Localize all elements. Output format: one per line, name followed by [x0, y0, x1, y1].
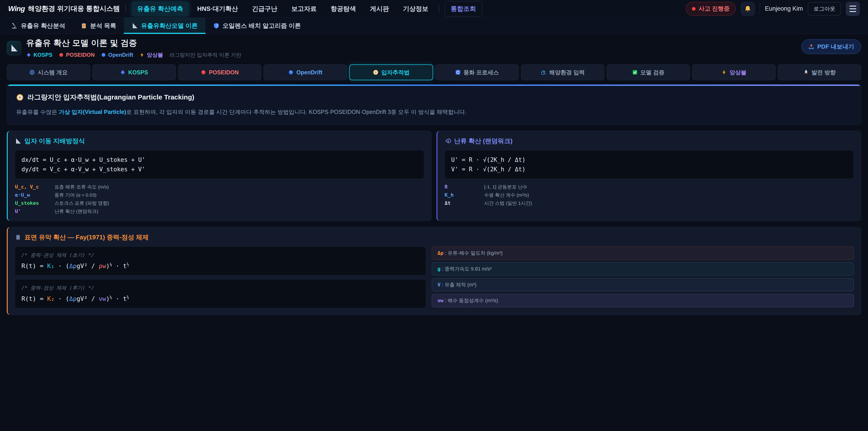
subtab-label: 유출유 확산분석: [21, 22, 65, 30]
param-spill-volume: V : 유출 체적 (m³): [432, 278, 854, 291]
incident-status-badge[interactable]: 사고 진행중: [686, 2, 736, 16]
subtab-diffusion-model-theory[interactable]: 유출유확산모델 이론: [124, 18, 206, 34]
legend-term: U': [15, 208, 55, 214]
equation-cards-row: 입자 이동 지배방정식 dx/dt = U_c + α·U_w + U_stok…: [7, 131, 861, 221]
fay-formula-initial: R(t) = K₁ · (ΔρgV² / ρw)¼ · t½: [22, 259, 419, 271]
badge-ensemble: 앙상블: [140, 51, 163, 59]
tab-future-direction[interactable]: 발전 방향: [778, 64, 861, 80]
legend-term: Δt: [445, 200, 484, 206]
nav-divider: [439, 5, 439, 13]
app-brand: Wing 해양환경 위기대응 통합시스템: [8, 4, 120, 13]
set-square-icon: [10, 44, 18, 52]
blue-orb-icon: [288, 70, 293, 75]
turbulence-diffusion-card: 난류 확산 (랜덤워크) U' = R · √(2K_h / Δt) V' = …: [436, 131, 861, 221]
oil-barrel-icon: [15, 234, 21, 241]
main-content: 유출유 확산 모델 이론 및 검증 KOSPS POSEIDON: [0, 37, 868, 315]
nav-item-aerial-search[interactable]: 항공탐색: [325, 1, 362, 16]
nav-item-weather[interactable]: 기상정보: [397, 1, 434, 16]
nav-item-board[interactable]: 게시판: [364, 1, 395, 16]
subtab-analysis-list[interactable]: 분석 목록: [73, 18, 124, 34]
wing-logo: Wing: [8, 4, 25, 13]
main-nav: 유출유 확산예측 HNS·대기확산 긴급구난 보고자료 항공탐색 게시판 기상정…: [131, 1, 680, 17]
microscope-icon: [11, 22, 18, 29]
fay-comment: /* 중력-점성 체제 (후기) */: [22, 284, 419, 292]
logout-button[interactable]: 로그아웃: [808, 2, 841, 16]
set-square-icon: [15, 138, 21, 144]
subtab-label: 분석 목록: [90, 22, 116, 30]
equation-u-prime: U' = R · √(2K_h / Δt): [451, 155, 847, 164]
fay-block-initial: /* 중력-관성 체제 (초기) */ R(t) = K₁ · (ΔρgV² /…: [15, 247, 426, 275]
hamburger-menu-button[interactable]: [846, 2, 860, 16]
topbar: Wing 해양환경 위기대응 통합시스템 유출유 확산예측 HNS·대기확산 긴…: [0, 0, 868, 18]
globe-icon: [29, 69, 35, 75]
subtab-spill-analysis[interactable]: 유출유 확산분석: [3, 18, 73, 34]
nav-item-rescue[interactable]: 긴급구난: [246, 1, 283, 16]
legend-term: U_c, V_c: [15, 184, 55, 190]
page-header: 유출유 확산 모델 이론 및 검증 KOSPS POSEIDON: [7, 37, 861, 59]
badge-poseidon: POSEIDON: [59, 52, 95, 58]
tab-model-validation[interactable]: 모델 검증: [607, 64, 690, 80]
lightning-icon: [140, 53, 145, 57]
legend-term: R: [445, 184, 484, 190]
tab-ensemble[interactable]: 앙상블: [692, 64, 776, 80]
equation-dx: dx/dt = U_c + α·U_w + U_stokes + U': [22, 155, 417, 164]
pdf-export-button[interactable]: PDF 내보내기: [801, 39, 861, 54]
governing-legend: U_c, V_c 표층 해류·조류 속도 (m/s) α·U_w 풍류 기여 (…: [15, 184, 424, 214]
tab-weathering-process[interactable]: 풍화 프로세스: [435, 64, 519, 80]
tab-particle-tracking[interactable]: 입자추적법: [349, 64, 433, 80]
card-title: 입자 이동 지배방정식: [15, 137, 424, 145]
fay-parameter-list: Δρ : 유류-해수 밀도차 (kg/m³) g : 중력가속도 9.81 m/…: [432, 247, 854, 308]
section-description: 유출유를 수많은 가상 입자(Virtual Particle)로 표현하여, …: [16, 108, 852, 116]
app-title: 해양환경 위기대응 통합시스템: [28, 4, 120, 13]
page-title: 유출유 확산 모델 이론 및 검증: [26, 37, 241, 49]
legend-desc: 수평 확산 계수 (m²/s): [484, 192, 854, 198]
equation-dy: dy/dt = V_c + α·V_w + V_stokes + V': [22, 164, 417, 174]
theory-tabstrip: 시스템 개요 KOSPS POSEIDON OpenDrift 입자추적법: [7, 64, 861, 80]
subtab-oil-fence-theory[interactable]: 오일펜스 배치 알고리즘 이론: [206, 18, 309, 34]
subnav-tabs: 유출유 확산분석 분석 목록 유출유확산모델 이론 오일펜스 배치 알고리즘 이…: [0, 18, 868, 34]
brand-divider: [125, 4, 126, 13]
export-icon: [808, 44, 814, 50]
subtab-label: 유출유확산모델 이론: [141, 22, 198, 30]
governing-equations: dx/dt = U_c + α·U_w + U_stokes + U' dy/d…: [15, 150, 424, 179]
nav-item-reports[interactable]: 보고자료: [285, 1, 322, 16]
user-name: Eunjeong Kim: [765, 5, 803, 12]
model-badge-row: KOSPS POSEIDON OpenDrift: [26, 51, 241, 59]
tab-kosps[interactable]: KOSPS: [92, 64, 176, 80]
subtab-label: 오일펜스 배치 알고리즘 이론: [223, 22, 301, 30]
compass-icon: [373, 69, 379, 75]
nav-item-spill-forecast[interactable]: 유출유 확산예측: [131, 1, 189, 16]
rocket-icon: [803, 70, 809, 75]
blue-orb-icon: [101, 53, 106, 57]
governing-equation-card: 입자 이동 지배방정식 dx/dt = U_c + α·U_w + U_stok…: [7, 131, 432, 221]
diamond-icon: [120, 70, 125, 75]
red-orb-icon: [59, 53, 64, 57]
lightning-icon: [721, 70, 727, 75]
card-title: 난류 확산 (랜덤워크): [445, 137, 854, 145]
legend-desc: 난류 확산 (랜덤워크): [55, 208, 424, 214]
fay-formula-late: R(t) = K₂ · (ΔρgV² / νw)⅙ · t¾: [22, 292, 419, 304]
incident-dot-icon: [692, 7, 695, 11]
legend-desc: 스토크스 표류 (파랑 영향): [55, 200, 424, 206]
notification-bell-button[interactable]: [741, 2, 755, 16]
tab-ocean-environment-input[interactable]: 해양환경 입력: [521, 64, 604, 80]
param-density-difference: Δρ : 유류-해수 밀도차 (kg/m³): [432, 247, 854, 260]
badge-opendrift: OpenDrift: [101, 52, 133, 58]
nav-item-hns-air[interactable]: HNS·대기확산: [191, 1, 244, 16]
wave-icon: [541, 69, 547, 75]
fay-formula-blocks: /* 중력-관성 체제 (초기) */ R(t) = K₁ · (ΔρgV² /…: [15, 247, 426, 308]
lagrangian-intro-section: 라그랑지안 입자추적법(Lagrangian Particle Tracking…: [7, 84, 861, 125]
legend-term: K_h: [445, 192, 484, 198]
check-icon: [632, 70, 638, 75]
tab-system-overview[interactable]: 시스템 개요: [7, 64, 90, 80]
badge-kosps: KOSPS: [26, 52, 53, 58]
legend-desc: 시간 스텝 (일반 1시간): [484, 200, 854, 206]
tab-opendrift[interactable]: OpenDrift: [264, 64, 347, 80]
fay-spreading-card: 표면 유막 확산 — Fay(1971) 중력-점성 체제 /* 중력-관성 체…: [7, 227, 861, 315]
tab-poseidon[interactable]: POSEIDON: [178, 64, 261, 80]
fay-block-late: /* 중력-점성 체제 (후기) */ R(t) = K₂ · (ΔρgV² /…: [15, 279, 426, 308]
fay-comment: /* 중력-관성 체제 (초기) */: [22, 251, 419, 259]
nav-item-integrated-lookup[interactable]: 통합조회: [445, 1, 482, 17]
set-square-icon: [131, 23, 138, 29]
legend-desc: [-1, 1] 균등분포 난수: [484, 184, 854, 190]
